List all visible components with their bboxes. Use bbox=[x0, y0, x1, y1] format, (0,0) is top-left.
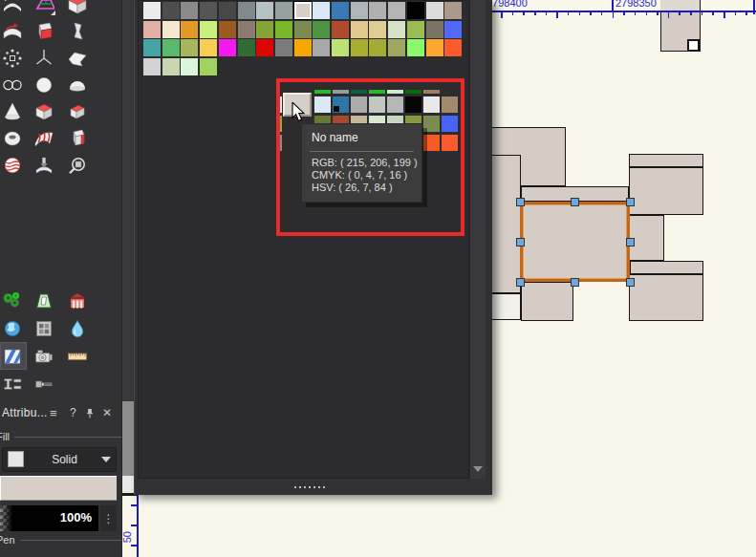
palette-swatch[interactable] bbox=[332, 2, 349, 19]
palette-swatch[interactable] bbox=[200, 2, 217, 19]
shape-rect[interactable] bbox=[629, 167, 703, 215]
surface-arrow-icon[interactable] bbox=[2, 21, 23, 42]
grip-handle[interactable] bbox=[571, 278, 579, 287]
globe-icon[interactable] bbox=[2, 318, 23, 339]
fill-type-value[interactable]: Solid bbox=[38, 453, 91, 466]
bolt-icon[interactable] bbox=[33, 374, 54, 395]
vertical-scrollbar[interactable] bbox=[469, 0, 486, 479]
palette-swatch[interactable] bbox=[219, 2, 236, 19]
palette-swatch[interactable] bbox=[388, 21, 405, 38]
box-red-side-icon[interactable] bbox=[67, 128, 88, 149]
close-icon[interactable]: ✕ bbox=[102, 407, 112, 419]
shape-rect[interactable] bbox=[521, 282, 573, 321]
palette-swatch[interactable] bbox=[238, 39, 255, 56]
palette-swatch[interactable] bbox=[238, 21, 255, 38]
torus-icon[interactable] bbox=[2, 128, 23, 149]
palette-swatch[interactable] bbox=[143, 21, 161, 38]
palette-swatch[interactable] bbox=[407, 39, 424, 56]
palette-swatch[interactable] bbox=[275, 39, 292, 56]
grip-handle[interactable] bbox=[516, 238, 525, 246]
palette-swatch[interactable] bbox=[143, 2, 161, 19]
palette-swatch[interactable] bbox=[388, 2, 405, 19]
palette-swatch[interactable] bbox=[444, 21, 462, 38]
box-red-top-2-icon[interactable] bbox=[33, 101, 54, 122]
palette-swatch[interactable] bbox=[294, 39, 312, 56]
palette-swatch[interactable] bbox=[200, 58, 217, 75]
palette-swatch[interactable] bbox=[181, 2, 198, 19]
edit-points-icon[interactable] bbox=[2, 48, 23, 69]
axis-tripod-icon[interactable] bbox=[33, 48, 54, 69]
terrain-icon[interactable] bbox=[33, 290, 54, 311]
palette-swatch[interactable] bbox=[351, 39, 368, 56]
palette-swatch[interactable] bbox=[200, 21, 217, 38]
palette-swatch[interactable] bbox=[313, 2, 330, 19]
circles-icon[interactable] bbox=[2, 75, 23, 96]
palette-swatch[interactable] bbox=[294, 21, 312, 38]
palette-swatch[interactable] bbox=[143, 58, 161, 75]
box-red-front-icon[interactable] bbox=[33, 21, 54, 42]
palette-swatch[interactable] bbox=[143, 39, 161, 56]
palette-swatch[interactable] bbox=[351, 2, 368, 19]
palette-swatch[interactable] bbox=[162, 58, 180, 75]
palette-swatch[interactable] bbox=[162, 21, 180, 38]
palette-swatch[interactable] bbox=[181, 39, 198, 56]
grip-handle[interactable] bbox=[516, 278, 525, 287]
palette-swatch[interactable] bbox=[200, 39, 217, 56]
scroll-down-button[interactable] bbox=[471, 462, 485, 476]
panels-icon[interactable] bbox=[33, 318, 54, 339]
opacity-menu-button[interactable]: ⋮ bbox=[100, 505, 117, 531]
fill-pattern-swatch[interactable] bbox=[8, 451, 24, 467]
palette-swatch[interactable] bbox=[444, 2, 462, 19]
palette-swatch[interactable] bbox=[219, 21, 236, 38]
push-tool-icon[interactable] bbox=[33, 155, 54, 176]
palette-swatch[interactable] bbox=[219, 39, 236, 56]
grip-handle[interactable] bbox=[516, 198, 525, 206]
material-z-icon[interactable] bbox=[2, 346, 23, 367]
palette-swatch[interactable] bbox=[407, 2, 424, 19]
shape-rect[interactable] bbox=[629, 154, 703, 167]
palette-swatch[interactable] bbox=[256, 2, 273, 19]
water-drop-icon[interactable] bbox=[67, 318, 88, 339]
grip-handle[interactable] bbox=[626, 278, 635, 287]
palette-swatch[interactable] bbox=[275, 21, 292, 38]
palette-swatch[interactable] bbox=[238, 2, 255, 19]
palette-swatch[interactable] bbox=[351, 21, 368, 38]
box-red-top-icon[interactable] bbox=[67, 0, 88, 15]
dome-icon[interactable] bbox=[67, 75, 88, 96]
palette-swatch[interactable] bbox=[369, 2, 386, 19]
palette-scroll-area[interactable] bbox=[138, 0, 469, 479]
palette-swatch[interactable] bbox=[388, 39, 405, 56]
trees-icon[interactable] bbox=[2, 290, 23, 311]
flip-surface-icon[interactable] bbox=[2, 0, 23, 15]
striped-sheet-icon[interactable] bbox=[33, 128, 54, 149]
palette-swatch[interactable] bbox=[256, 39, 273, 56]
wavy-sphere-icon[interactable] bbox=[2, 155, 23, 176]
bent-sheet-icon[interactable] bbox=[67, 48, 88, 69]
grip-handle[interactable] bbox=[571, 198, 579, 206]
sphere-icon[interactable] bbox=[33, 75, 54, 96]
palette-swatch[interactable] bbox=[407, 21, 424, 38]
palette-swatch[interactable] bbox=[275, 2, 292, 19]
drag-handle-dots[interactable] bbox=[294, 486, 325, 488]
palette-swatch[interactable] bbox=[313, 21, 330, 38]
palette-swatch[interactable] bbox=[181, 21, 198, 38]
grip-handle[interactable] bbox=[626, 198, 635, 206]
twisted-prism-icon[interactable] bbox=[67, 21, 88, 42]
palette-swatch[interactable] bbox=[426, 2, 443, 19]
building-icon[interactable] bbox=[67, 290, 88, 311]
palette-swatch[interactable] bbox=[369, 39, 386, 56]
palette-swatch[interactable] bbox=[369, 21, 386, 38]
palette-swatch[interactable] bbox=[332, 21, 349, 38]
palette-swatch[interactable] bbox=[444, 39, 462, 56]
pin-icon[interactable] bbox=[85, 408, 95, 420]
panel-resize-strip[interactable] bbox=[135, 479, 492, 495]
camera-icon[interactable] bbox=[33, 346, 54, 367]
opacity-field[interactable]: 100% bbox=[0, 505, 98, 531]
shape-rect[interactable] bbox=[630, 261, 703, 274]
palette-swatch[interactable] bbox=[332, 39, 349, 56]
palette-swatch[interactable] bbox=[426, 21, 443, 38]
grip-handle[interactable] bbox=[626, 238, 635, 246]
palette-swatch[interactable] bbox=[162, 2, 180, 19]
shape-rect[interactable] bbox=[629, 274, 703, 321]
ruler-icon[interactable] bbox=[67, 346, 88, 367]
